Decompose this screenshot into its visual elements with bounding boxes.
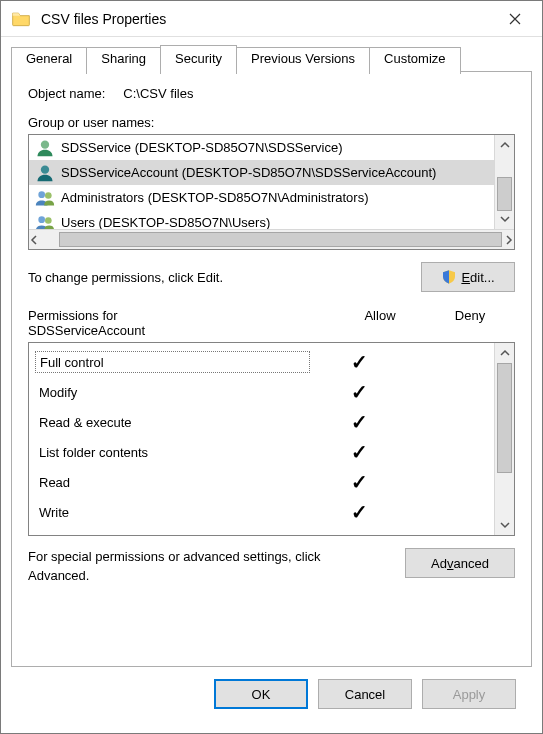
ok-button[interactable]: OK <box>214 679 308 709</box>
scroll-up-button[interactable] <box>495 135 514 155</box>
close-button[interactable] <box>492 1 538 37</box>
list-item-label: SDSService (DESKTOP-SD85O7N\SDSService) <box>61 140 343 155</box>
permissions-for-principal: SDSServiceAccount <box>28 323 145 338</box>
scroll-thumb[interactable] <box>497 363 512 473</box>
permissions-listbox[interactable]: Full control ✓ Modify ✓ Read & execute ✓ <box>28 342 515 536</box>
permissions-for-label: Permissions for <box>28 308 118 323</box>
scroll-up-button[interactable] <box>495 343 514 363</box>
column-deny: Deny <box>425 308 515 338</box>
scroll-track[interactable] <box>495 363 514 515</box>
svg-point-5 <box>45 217 52 224</box>
dialog-buttons: OK Cancel Apply <box>11 667 532 723</box>
scroll-down-button[interactable] <box>495 515 514 535</box>
chevron-down-icon <box>500 214 510 224</box>
list-item[interactable]: SDSServiceAccount (DESKTOP-SD85O7N\SDSSe… <box>29 160 494 185</box>
tab-customize[interactable]: Customize <box>369 47 460 74</box>
group-or-user-label: Group or user names: <box>28 115 515 130</box>
scroll-thumb[interactable] <box>59 232 502 247</box>
properties-dialog: CSV files Properties General Sharing Sec… <box>0 0 543 734</box>
scroll-track[interactable] <box>495 155 514 209</box>
chevron-up-icon <box>500 348 510 358</box>
user-icon <box>35 163 55 183</box>
permission-row[interactable]: Write ✓ <box>29 497 494 527</box>
permission-name: Read & execute <box>29 415 314 430</box>
group-icon <box>35 213 55 230</box>
permission-name: Write <box>29 505 314 520</box>
svg-point-1 <box>41 165 49 173</box>
list-item[interactable]: SDSService (DESKTOP-SD85O7N\SDSService) <box>29 135 494 160</box>
permissions-header: Permissions for SDSServiceAccount Allow … <box>28 308 515 338</box>
client-area: General Sharing Security Previous Versio… <box>1 37 542 733</box>
check-icon: ✓ <box>351 501 368 523</box>
principals-viewport: SDSService (DESKTOP-SD85O7N\SDSService) … <box>29 135 494 229</box>
list-item-label: Users (DESKTOP-SD85O7N\Users) <box>61 215 270 229</box>
tab-general[interactable]: General <box>11 47 87 74</box>
chevron-down-icon <box>500 520 510 530</box>
svg-point-2 <box>38 191 45 198</box>
svg-point-0 <box>41 140 49 148</box>
permission-name: Full control <box>35 351 310 373</box>
check-icon: ✓ <box>351 381 368 403</box>
scroll-thumb[interactable] <box>497 177 512 211</box>
chevron-left-icon <box>29 235 39 245</box>
shield-icon <box>441 269 457 285</box>
chevron-right-icon <box>504 235 514 245</box>
group-icon <box>35 188 55 208</box>
svg-point-4 <box>38 216 45 223</box>
permission-row[interactable]: Full control ✓ <box>29 347 494 377</box>
security-tabpage: Object name: C:\CSV files Group or user … <box>11 71 532 667</box>
list-item-label: Administrators (DESKTOP-SD85O7N\Administ… <box>61 190 369 205</box>
permission-row[interactable]: Modify ✓ <box>29 377 494 407</box>
permissions-list: Full control ✓ Modify ✓ Read & execute ✓ <box>29 343 494 535</box>
titlebar: CSV files Properties <box>1 1 542 37</box>
object-name-label: Object name: <box>28 86 105 101</box>
tab-previous-versions[interactable]: Previous Versions <box>236 47 370 74</box>
principals-vertical-scrollbar[interactable] <box>494 135 514 229</box>
permission-name: List folder contents <box>29 445 314 460</box>
list-item-label: SDSServiceAccount (DESKTOP-SD85O7N\SDSSe… <box>61 165 436 180</box>
tab-sharing[interactable]: Sharing <box>86 47 161 74</box>
object-name-row: Object name: C:\CSV files <box>28 86 515 101</box>
check-icon: ✓ <box>351 441 368 463</box>
principals-listbox[interactable]: SDSService (DESKTOP-SD85O7N\SDSService) … <box>28 134 515 250</box>
check-icon: ✓ <box>351 471 368 493</box>
check-icon: ✓ <box>351 351 368 373</box>
close-icon <box>509 13 521 25</box>
apply-button: Apply <box>422 679 516 709</box>
change-permissions-hint: To change permissions, click Edit. <box>28 270 223 285</box>
permission-name: Modify <box>29 385 314 400</box>
user-icon <box>35 138 55 158</box>
permission-row[interactable]: Read ✓ <box>29 467 494 497</box>
principals-horizontal-scrollbar[interactable] <box>29 229 514 249</box>
svg-point-3 <box>45 192 52 199</box>
edit-button-label: dit... <box>470 270 495 285</box>
edit-button[interactable]: Edit... <box>421 262 515 292</box>
cancel-button[interactable]: Cancel <box>318 679 412 709</box>
scroll-track[interactable] <box>39 230 504 249</box>
tab-strip: General Sharing Security Previous Versio… <box>11 45 532 72</box>
permission-row[interactable]: List folder contents ✓ <box>29 437 494 467</box>
window-title: CSV files Properties <box>41 11 492 27</box>
advanced-button[interactable]: Advanced <box>405 548 515 578</box>
scroll-down-button[interactable] <box>495 209 514 229</box>
scroll-left-button[interactable] <box>29 230 39 250</box>
column-allow: Allow <box>335 308 425 338</box>
check-icon: ✓ <box>351 411 368 433</box>
tab-security[interactable]: Security <box>160 45 237 72</box>
scroll-right-button[interactable] <box>504 230 514 250</box>
permission-row[interactable]: Read & execute ✓ <box>29 407 494 437</box>
list-item[interactable]: Administrators (DESKTOP-SD85O7N\Administ… <box>29 185 494 210</box>
object-name-value: C:\CSV files <box>123 86 193 101</box>
permissions-vertical-scrollbar[interactable] <box>494 343 514 535</box>
permission-name: Read <box>29 475 314 490</box>
list-item[interactable]: Users (DESKTOP-SD85O7N\Users) <box>29 210 494 229</box>
advanced-hint: For special permissions or advanced sett… <box>28 548 348 586</box>
folder-icon <box>11 9 31 29</box>
chevron-up-icon <box>500 140 510 150</box>
